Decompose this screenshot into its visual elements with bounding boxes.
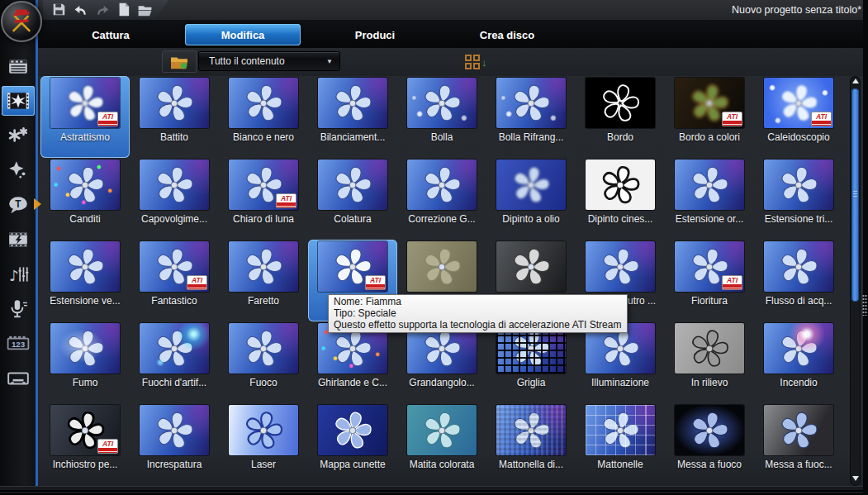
effect-item[interactable]: Battito bbox=[130, 76, 219, 158]
director-chair-icon bbox=[7, 7, 36, 36]
sidebar-item-voiceover[interactable] bbox=[2, 294, 35, 324]
effect-label: Griglia bbox=[486, 377, 576, 389]
effect-item[interactable]: Mappa cunette bbox=[308, 403, 397, 485]
ati-badge-label: ATI bbox=[723, 276, 742, 284]
open-project-icon[interactable] bbox=[137, 2, 153, 17]
effect-item[interactable]: Mattonelle bbox=[576, 403, 665, 485]
sidebar-item-counter[interactable]: 123 bbox=[2, 329, 35, 359]
sidebar-item-graphics[interactable] bbox=[2, 155, 35, 185]
library-folder-button[interactable] bbox=[162, 50, 197, 73]
effect-label: Estensione tri... bbox=[754, 213, 843, 226]
gallery-scrollbar[interactable] bbox=[850, 76, 861, 486]
effect-label: Matita colorata bbox=[397, 459, 486, 471]
effect-item[interactable]: Griglia bbox=[486, 321, 576, 403]
effect-item[interactable]: Illuminazione bbox=[576, 321, 665, 403]
sidebar-item-media[interactable] bbox=[2, 51, 35, 81]
sidebar-item-filters[interactable] bbox=[2, 225, 35, 255]
effect-item[interactable]: Fumo bbox=[40, 321, 130, 403]
ati-stream-badge: ATI bbox=[97, 439, 118, 454]
effect-item[interactable]: In rilievo bbox=[665, 321, 754, 403]
scrollbar-thumb[interactable] bbox=[851, 88, 859, 302]
pinwheel-icon bbox=[598, 244, 643, 289]
effect-item[interactable]: ATI Caleidoscopio bbox=[754, 76, 843, 158]
effect-item[interactable]: Increspatura bbox=[130, 403, 219, 485]
sidebar-item-transitions[interactable] bbox=[2, 121, 35, 150]
effect-item[interactable]: Flusso di acq... bbox=[754, 240, 843, 321]
panel-collapse-arrow-icon[interactable] bbox=[34, 198, 41, 210]
scroll-down-arrow[interactable] bbox=[851, 476, 859, 483]
effect-item[interactable]: Bordo bbox=[576, 76, 665, 158]
effect-item[interactable]: Messa a fuoc... bbox=[754, 403, 843, 485]
effect-item[interactable]: ATI Chiaro di luna bbox=[219, 158, 308, 240]
tab-modifica[interactable]: Modifica bbox=[185, 24, 301, 45]
effect-item[interactable]: ATI Bordo a colori bbox=[665, 76, 754, 158]
effect-item[interactable]: Fuochi d'artif... bbox=[130, 321, 219, 403]
ati-badge-substrip bbox=[723, 284, 742, 290]
effect-item[interactable]: Bolla Rifrang... bbox=[486, 76, 576, 158]
effect-item[interactable]: Fuoco bbox=[219, 321, 308, 403]
effect-label: In rilievo bbox=[665, 377, 754, 389]
tab-cattura[interactable]: Cattura bbox=[53, 24, 168, 45]
tab-crea-disco[interactable]: Crea disco bbox=[449, 24, 565, 45]
effect-thumbnail bbox=[586, 78, 655, 128]
effect-thumbnail: ATI bbox=[50, 405, 120, 455]
effect-item[interactable]: ATI Astrattismo bbox=[40, 76, 130, 158]
effect-item[interactable]: Matita colorata bbox=[397, 403, 486, 485]
navigation-sidebar: T ♪ 123 bbox=[0, 0, 38, 495]
effect-item[interactable]: Mattonella di... bbox=[486, 403, 576, 485]
effect-item[interactable]: Correzione G... bbox=[397, 158, 486, 240]
pinwheel-icon bbox=[776, 407, 822, 453]
panel-splitter-handle[interactable] bbox=[862, 294, 867, 316]
effect-item[interactable]: Messa a fuoco bbox=[665, 403, 754, 485]
effect-label: Correzione G... bbox=[397, 213, 486, 226]
sort-by-name-button[interactable]: ↓ bbox=[465, 51, 495, 73]
effect-label: Fioritura bbox=[665, 295, 754, 307]
ati-badge-substrip bbox=[723, 121, 742, 126]
sidebar-item-titles[interactable]: T bbox=[2, 190, 35, 220]
effect-item[interactable]: Faretto bbox=[219, 240, 308, 321]
effect-item[interactable]: Bianco e nero bbox=[219, 76, 308, 158]
effect-item[interactable]: Dipinto a olio bbox=[486, 158, 576, 240]
effect-item[interactable]: Grandangolo... bbox=[397, 321, 486, 403]
effect-item[interactable]: Bolla bbox=[397, 76, 486, 158]
effect-label: Canditi bbox=[40, 213, 130, 226]
effect-item[interactable]: Laser bbox=[219, 403, 308, 485]
effect-thumbnail bbox=[318, 159, 387, 210]
tab-produci[interactable]: Produci bbox=[317, 24, 433, 45]
effect-thumbnail: ATI bbox=[675, 78, 744, 128]
effect-thumbnail bbox=[407, 159, 477, 210]
effect-item[interactable]: Estensione or... bbox=[665, 158, 754, 240]
effect-item[interactable]: ATI Inchiostro pe... bbox=[40, 403, 130, 485]
new-project-icon[interactable] bbox=[116, 2, 131, 17]
effect-item[interactable]: Ghirlande e C... bbox=[308, 321, 397, 403]
sidebar-item-audio[interactable]: ♪ bbox=[2, 259, 35, 289]
save-icon[interactable] bbox=[51, 2, 67, 17]
effect-item[interactable]: Incendio bbox=[754, 321, 843, 403]
effect-item[interactable]: Dipinto cines... bbox=[576, 158, 665, 240]
effect-item[interactable]: Estensione ve... bbox=[40, 240, 130, 321]
counter-film-icon: 123 bbox=[7, 334, 30, 354]
sidebar-item-banner[interactable] bbox=[2, 364, 35, 393]
undo-icon[interactable] bbox=[73, 2, 88, 17]
storyboard-icon bbox=[7, 55, 29, 77]
effect-label: Caleidoscopio bbox=[754, 131, 843, 144]
redo-icon[interactable] bbox=[94, 2, 110, 17]
effect-thumbnail bbox=[407, 241, 477, 292]
sidebar-item-effects-gallery[interactable] bbox=[2, 86, 35, 116]
effect-item[interactable]: Colatura bbox=[308, 158, 397, 240]
scroll-up-arrow[interactable] bbox=[851, 79, 859, 86]
app-logo[interactable] bbox=[1, 1, 42, 42]
effect-thumbnail: ATI bbox=[675, 241, 744, 292]
effect-label: Estensione ve... bbox=[40, 295, 130, 307]
effect-item[interactable]: Bilanciament... bbox=[308, 76, 397, 158]
effect-item[interactable]: Estensione tri... bbox=[754, 158, 843, 240]
pinwheel-icon bbox=[509, 162, 554, 207]
pinwheel-icon bbox=[509, 244, 554, 289]
effect-item[interactable]: ATI Fantastico bbox=[130, 240, 219, 321]
effect-thumbnail bbox=[764, 159, 833, 210]
pinwheel-icon bbox=[776, 244, 822, 289]
effect-item[interactable]: Canditi bbox=[40, 158, 130, 240]
effect-item[interactable]: Capovolgime... bbox=[130, 158, 219, 240]
gallery-filter-dropdown[interactable]: Tutto il contenuto ▼ bbox=[198, 51, 340, 71]
effect-item[interactable]: ATI Fioritura bbox=[665, 240, 754, 321]
